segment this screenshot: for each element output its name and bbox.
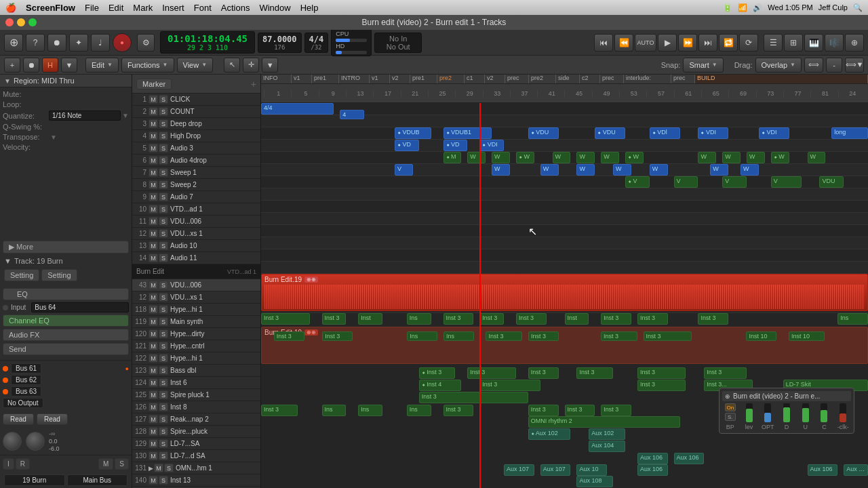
inst-burn-8[interactable]: Inst 3: [644, 331, 692, 341]
end-button[interactable]: ⏭: [698, 34, 717, 52]
click-clip-2[interactable]: 4: [340, 110, 364, 119]
solo-button[interactable]: S: [159, 205, 168, 214]
vdu-green-3[interactable]: V: [722, 176, 747, 188]
inst3-118-7[interactable]: Inst 3: [516, 313, 547, 325]
list-view-button[interactable]: ☰: [764, 34, 783, 52]
mute-button[interactable]: M: [149, 378, 158, 387]
rewind-button[interactable]: ⏮: [594, 34, 613, 52]
inst-row3-5[interactable]: Inst 3: [637, 367, 686, 379]
track-row-140[interactable]: 140 M S Inst 13: [132, 474, 260, 487]
menu-file[interactable]: File: [85, 3, 99, 13]
w-clip-5[interactable]: W: [553, 152, 571, 163]
solo-button[interactable]: S: [159, 390, 168, 399]
aux-104-1[interactable]: Aux 104: [589, 441, 625, 452]
solo-button[interactable]: S: [159, 354, 168, 363]
solo-button[interactable]: S: [159, 168, 168, 177]
view-dropdown[interactable]: View ▼: [177, 58, 214, 73]
vdu-clip-2[interactable]: ⬥ VDU: [595, 127, 625, 139]
w-clip-row10c[interactable]: W: [576, 164, 595, 176]
inst-omni-8[interactable]: Inst 3: [601, 405, 631, 416]
mute-button[interactable]: M: [149, 317, 158, 326]
w-clip-row10b[interactable]: W: [540, 164, 559, 176]
bus-64-value[interactable]: Bus 64: [31, 302, 129, 312]
mute-button[interactable]: M: [149, 95, 158, 104]
aux-106-2[interactable]: Aux 106: [674, 453, 705, 464]
popup-fader-opt[interactable]: [764, 403, 771, 422]
inst-burn-9[interactable]: Inst 10: [746, 331, 776, 341]
solo-button[interactable]: S: [159, 119, 168, 128]
mute-button[interactable]: M: [149, 192, 158, 201]
mode-M-button[interactable]: M: [98, 458, 113, 470]
track-row[interactable]: 6 M S Audio 4drop: [132, 155, 260, 167]
track-row[interactable]: 9 M S Audio 7: [132, 191, 260, 203]
inst-omni-3[interactable]: Ins: [358, 405, 382, 416]
inst-burn-3[interactable]: Ins: [407, 331, 437, 341]
bus-62-row[interactable]: Bus 62: [3, 375, 129, 385]
inst4-2[interactable]: Inst 3: [479, 380, 540, 391]
w-clip-row10e[interactable]: W: [650, 164, 668, 176]
setting-btn-2[interactable]: Setting: [41, 269, 77, 281]
mode-S-button[interactable]: S: [115, 458, 129, 470]
track-row-118[interactable]: 118 M S Hype...hi 1: [132, 304, 260, 316]
inst3-118-4[interactable]: Ins: [407, 313, 431, 325]
w-clip-9[interactable]: W: [698, 152, 716, 163]
track-row-125[interactable]: 125 M S Spire pluck 1: [132, 389, 260, 401]
setting-btn-1[interactable]: Setting: [4, 269, 39, 281]
vdi-clip-1[interactable]: ⬥ VDI: [698, 127, 728, 139]
mute-button[interactable]: M: [149, 281, 158, 289]
transpose-arrow[interactable]: ▼: [50, 134, 57, 141]
minimize-button[interactable]: [17, 18, 25, 26]
edit-dropdown[interactable]: Edit ▼: [85, 58, 119, 73]
smart-controls-button[interactable]: ⊕: [845, 34, 864, 52]
track-row[interactable]: 1 M S CLICK: [132, 94, 260, 106]
vd-clip-2[interactable]: ⬥ VD: [395, 140, 419, 151]
track-row[interactable]: 2 M S COUNT: [132, 106, 260, 118]
track-row[interactable]: 13 M S Audio 10: [132, 240, 260, 252]
track-row-128[interactable]: 128 M S Spire...pluck: [132, 426, 260, 438]
inst-last[interactable]: Ins: [837, 313, 868, 325]
v-clip-row10[interactable]: V: [395, 164, 413, 176]
inst-burn-5[interactable]: Inst 3: [486, 331, 522, 341]
popup-fader-u[interactable]: [802, 403, 809, 422]
inst-row3-4[interactable]: Inst 3: [576, 367, 613, 379]
inst-burn-4[interactable]: Ins: [443, 331, 474, 341]
track-row[interactable]: 11 M S VDU...006: [132, 216, 260, 228]
mute-button[interactable]: M: [149, 390, 158, 399]
vdl-clip[interactable]: ⬥ VDl: [650, 127, 680, 139]
solo-button[interactable]: S: [159, 366, 168, 375]
solo-button[interactable]: S: [159, 107, 168, 116]
solo-button[interactable]: S: [159, 217, 168, 226]
popup-fader-c[interactable]: [821, 403, 827, 422]
vdu-green-5[interactable]: VDU: [819, 176, 844, 188]
solo-button[interactable]: S: [159, 403, 168, 411]
inst-burn-2[interactable]: Inst 3: [322, 331, 353, 341]
w-clip-4[interactable]: ⬥ W: [516, 152, 534, 163]
score-button[interactable]: 🎼: [825, 34, 844, 52]
transport-add-button[interactable]: ⊕: [4, 34, 23, 52]
vdub-clip-1[interactable]: ⬥ VDUB1: [443, 127, 492, 139]
mute-button[interactable]: M: [149, 107, 158, 116]
inst4-1[interactable]: ⬥ Inst 4: [419, 380, 462, 391]
read-btn-1[interactable]: Read: [3, 413, 34, 425]
omni-rhythm-2-clip[interactable]: OMNI rhythm 2: [528, 416, 680, 428]
play-button[interactable]: ▶: [658, 34, 677, 52]
mute-button[interactable]: M: [149, 403, 158, 411]
solo-button[interactable]: S: [159, 342, 168, 350]
w-clip-13[interactable]: W: [808, 152, 826, 163]
vdu-green-1[interactable]: ⬥ V: [625, 176, 650, 188]
inst-row3-6[interactable]: Inst 3: [704, 367, 747, 379]
track-row[interactable]: 4 M S High Drop: [132, 130, 260, 142]
add-track-button[interactable]: +: [4, 58, 20, 73]
transport-record-prep[interactable]: ⏺: [47, 34, 66, 52]
vdu-clip-1[interactable]: ⬥ VDU: [528, 127, 559, 139]
menu-window[interactable]: Window: [259, 3, 290, 13]
w-clip-10[interactable]: W: [722, 152, 741, 163]
mute-button[interactable]: M: [149, 329, 158, 338]
solo-button[interactable]: S: [159, 317, 168, 326]
inst3-118-11[interactable]: Inst 3: [698, 313, 728, 325]
search-icon[interactable]: 🔍: [853, 3, 863, 12]
spire-1[interactable]: Inst 3: [419, 392, 528, 403]
track-row-121[interactable]: 121 M S Hype...cntrl: [132, 340, 260, 352]
w-clip-2[interactable]: W: [467, 152, 486, 163]
transport-metronome[interactable]: ♩: [91, 34, 110, 52]
